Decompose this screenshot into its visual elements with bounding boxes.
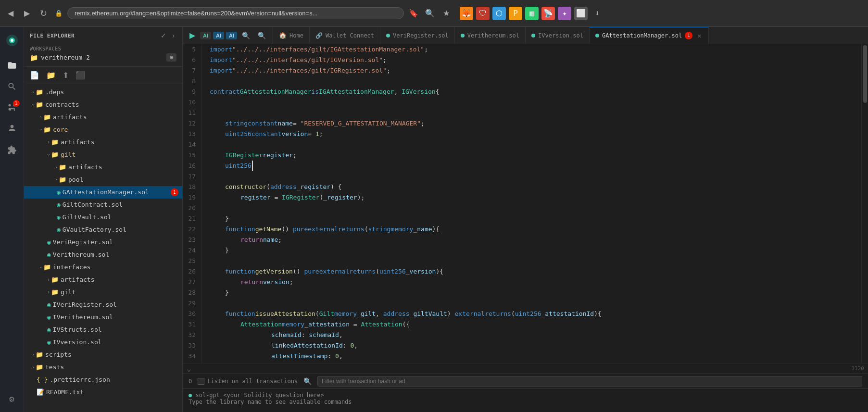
tree-item-label: .prettierrc.json xyxy=(50,375,110,385)
tree-item-core[interactable]: › 📁 core xyxy=(24,124,182,136)
ext5-icon[interactable]: ▦ xyxy=(525,7,539,20)
tree-item-label: GAttestationManager.sol xyxy=(63,187,149,198)
scrollbar-thumb[interactable] xyxy=(863,45,867,103)
code-line-14 xyxy=(210,139,854,150)
check-action[interactable]: ✓ xyxy=(159,31,168,40)
star-button[interactable]: ★ xyxy=(440,7,453,20)
metamask-icon[interactable]: 🦊 xyxy=(460,7,473,20)
git-badge: 1 xyxy=(13,100,20,107)
tree-item-interfaces[interactable]: › 📁 interfaces xyxy=(24,261,182,274)
new-folder-btn[interactable]: 📁 xyxy=(44,70,58,81)
tree-item-label: artifacts xyxy=(68,162,102,173)
code-line-22: function getName() pure external returns… xyxy=(210,224,854,235)
code-line-10 xyxy=(210,97,854,108)
ai-btn-3[interactable]: AI xyxy=(226,32,237,39)
tab-gattestationmanager[interactable]: GAttestationManager.sol 1 ✕ xyxy=(590,27,709,44)
sidebar-item-git[interactable]: 1 xyxy=(2,98,22,117)
tree-item-veriregister[interactable]: ◉ VeriRegister.sol xyxy=(24,236,182,249)
line-numbers: 56789 1011121314 1516171819 2021222324 2… xyxy=(183,44,202,363)
editor-toolbar: ▶ AI AI AI 🔍 🔍 xyxy=(183,27,273,44)
ai-btn-2[interactable]: AI xyxy=(213,32,224,39)
sidebar-item-files[interactable] xyxy=(2,56,22,75)
sidebar-item-debug[interactable] xyxy=(2,119,22,138)
secure-icon: 🔒 xyxy=(55,10,63,17)
tree-item-iverithereum[interactable]: ◉ IVerithereum.sol xyxy=(24,311,182,324)
tree-item-label: IVStructs.sol xyxy=(53,325,102,335)
code-line-33: linkedAttestationId: 0, xyxy=(210,340,854,351)
tree-item-iface-artifacts[interactable]: › 📁 artifacts xyxy=(24,274,182,286)
ext8-icon[interactable]: ⬜ xyxy=(574,7,588,20)
tree-item-readme[interactable]: 📝 README.txt xyxy=(24,386,182,399)
tree-item-iface-gilt[interactable]: › 📁 gilt xyxy=(24,286,182,299)
tree-item-giltcontract[interactable]: ◉ GiltContract.sol xyxy=(24,199,182,211)
editor-scrollbar[interactable] xyxy=(861,44,868,363)
tx-search-btn[interactable]: 🔍 xyxy=(303,377,312,385)
download-icon[interactable]: ⬇ xyxy=(591,7,604,20)
file-actions-bar: 📄 📁 ⬆ ⬛ xyxy=(24,67,182,84)
code-line-9: contract GAttestationManager is IGAttest… xyxy=(210,87,854,97)
tab-verithereum[interactable]: Verithereum.sol xyxy=(455,27,526,44)
workspace-options-btn[interactable]: ⊕ xyxy=(166,53,176,62)
back-button[interactable]: ◀ xyxy=(4,7,17,20)
new-file-btn[interactable]: 📄 xyxy=(28,70,41,81)
forward-button[interactable]: ▶ xyxy=(20,7,34,20)
tree-item-deps[interactable]: › 📁 .deps xyxy=(24,86,182,99)
tree-item-ivversion[interactable]: ◉ IVversion.sol xyxy=(24,336,182,349)
search-button[interactable]: 🔍 xyxy=(423,7,437,20)
tree-item-iveriregister[interactable]: ◉ IVeriRegister.sol xyxy=(24,299,182,311)
workspace-name: verithereum 2 xyxy=(41,54,164,61)
code-content[interactable]: import "../../../interfaces/gilt/IGAttes… xyxy=(202,44,861,363)
tree-item-scripts[interactable]: › 📁 scripts xyxy=(24,349,182,361)
run-btn[interactable]: ▶ xyxy=(187,29,198,42)
tree-item-pool[interactable]: › 📁 pool xyxy=(24,174,182,186)
tab-close-btn[interactable]: ✕ xyxy=(696,32,702,39)
code-line-15: IGRegister register; xyxy=(210,150,854,161)
tree-item-verithereum[interactable]: ◉ Verithereum.sol xyxy=(24,249,182,261)
code-line-11 xyxy=(210,108,854,118)
reload-button[interactable]: ↻ xyxy=(37,7,50,20)
tree-item-gilt[interactable]: › 📁 gilt xyxy=(24,149,182,161)
tree-item-gilt-artifacts[interactable]: › 📁 artifacts xyxy=(24,161,182,174)
tx-filter-input[interactable] xyxy=(317,376,862,387)
tab-error-count: 1 xyxy=(685,32,692,39)
search-editor-btn[interactable]: 🔍 xyxy=(239,30,253,41)
tab-veriregister[interactable]: VeriRegister.sol xyxy=(380,27,455,44)
code-line-32: schemaId: schemaId, xyxy=(210,330,854,340)
ext4-icon[interactable]: P xyxy=(509,7,522,20)
sidebar-item-search[interactable] xyxy=(2,77,22,96)
zoom-btn[interactable]: 🔍 xyxy=(255,30,269,41)
tree-item-gvaultfactory[interactable]: ◉ GVaultFactory.sol xyxy=(24,224,182,236)
tree-item-tests[interactable]: › 📁 tests xyxy=(24,361,182,374)
tree-item-label: Verithereum.sol xyxy=(53,250,109,260)
tree-item-gattestationmanager[interactable]: ◉ GAttestationManager.sol 1 xyxy=(24,186,182,199)
tab-home[interactable]: 🏠 Home xyxy=(273,27,310,44)
tree-item-giltvault[interactable]: ◉ GiltVault.sol xyxy=(24,211,182,224)
ext2-icon[interactable]: 🛡 xyxy=(476,7,490,20)
publish-btn[interactable]: ⬛ xyxy=(74,70,87,81)
expand-action[interactable]: › xyxy=(170,31,176,40)
sidebar-item-settings[interactable]: ⚙ xyxy=(2,389,22,408)
tree-item-core-artifacts[interactable]: › 📁 artifacts xyxy=(24,136,182,149)
tree-item-prettier[interactable]: { } .prettierrc.json xyxy=(24,374,182,386)
listen-checkbox[interactable] xyxy=(198,378,204,385)
tree-item-contracts-artifacts[interactable]: › 📁 artifacts xyxy=(24,111,182,124)
tree-item-label: artifacts xyxy=(61,275,94,285)
ai-btn-1[interactable]: AI xyxy=(200,32,211,39)
fold-btn[interactable]: ⌄ xyxy=(187,364,191,373)
ext7-icon[interactable]: ✦ xyxy=(558,7,571,20)
tree-item-ivstructs[interactable]: ◉ IVStructs.sol xyxy=(24,324,182,336)
upload-btn[interactable]: ⬆ xyxy=(61,70,71,81)
code-editor[interactable]: 56789 1011121314 1516171819 2021222324 2… xyxy=(183,44,868,363)
tree-item-contracts[interactable]: › 📁 contracts xyxy=(24,99,182,111)
bookmark-button[interactable]: 🔖 xyxy=(407,7,420,20)
url-bar[interactable] xyxy=(67,7,404,19)
tab-veriregister-label: VeriRegister.sol xyxy=(393,32,449,39)
ext3-icon[interactable]: ⬡ xyxy=(492,7,506,20)
tab-walletconnect[interactable]: 🔗 Wallet Connect xyxy=(310,27,380,44)
tree-item-label: VeriRegister.sol xyxy=(53,237,113,248)
ext6-icon[interactable]: 📡 xyxy=(541,7,555,20)
listen-label: Listen on all transactions xyxy=(207,378,298,385)
tab-ivversion[interactable]: IVversion.sol xyxy=(526,27,590,44)
sidebar-item-plugins[interactable] xyxy=(2,140,22,160)
editor-area: ▶ AI AI AI 🔍 🔍 🏠 Home 🔗 Wallet Connect xyxy=(183,27,868,412)
